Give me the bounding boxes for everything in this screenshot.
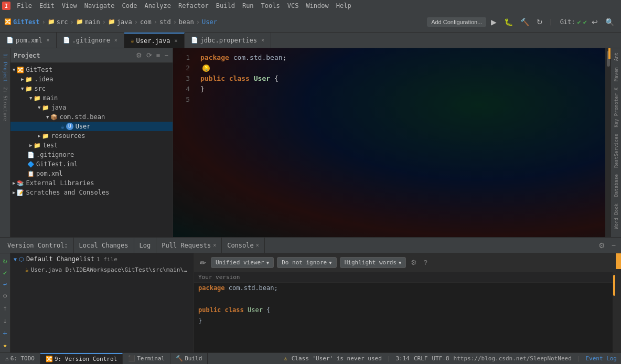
tab-jdbc-properties[interactable]: 📄 jdbc.properties × (185, 33, 271, 48)
menu-help[interactable]: Help (333, 1, 355, 10)
plus-vc-icon[interactable]: + (3, 329, 7, 337)
menu-file[interactable]: File (14, 1, 35, 10)
bottom-minimize-button[interactable]: − (608, 240, 619, 251)
panel-minimize-button[interactable]: − (163, 50, 169, 60)
changelist-file[interactable]: ☕ User.java D:\IDEAWorkspace\GitTest\src… (10, 265, 194, 275)
check-vc-icon[interactable]: ✔ (3, 269, 7, 276)
menu-run[interactable]: Run (239, 1, 257, 10)
tree-item-gittest[interactable]: ▼ 🔀 GitTest (10, 65, 173, 74)
star-vc-icon[interactable]: ★ (3, 341, 7, 349)
menu-edit[interactable]: Edit (36, 1, 58, 10)
changelist-header[interactable]: ▼ ⬡ Default Changelist 1 file (10, 253, 194, 265)
line-sep-indicator[interactable]: CRLF (414, 355, 428, 362)
tree-label: resources (51, 132, 85, 140)
menu-vcs[interactable]: VCS (284, 1, 302, 10)
structure-strip-icon[interactable]: 2: Structure (2, 86, 9, 122)
diff-content[interactable]: Your version package com.std.bean; publi… (194, 272, 616, 352)
editor-scrollbar[interactable] (605, 48, 611, 237)
refresh-vc-icon[interactable]: ↻ (3, 256, 7, 265)
bottom-toolbar: ⚠ 6: TODO 🔀 9: Version Control ⬛ Termina… (0, 352, 621, 364)
tab-pom-xml[interactable]: 📄 pom.xml × (0, 33, 57, 48)
breadcrumb-gittest[interactable]: 🔀 GitTest (4, 18, 40, 26)
pull-close[interactable]: × (213, 242, 216, 248)
run-button[interactable]: ▶ (488, 16, 499, 28)
word-book-sidebar-item[interactable]: Word Book (613, 201, 620, 231)
tree-item-idea[interactable]: ▶ 📁 .idea (10, 74, 173, 84)
settings-vc-icon[interactable]: ⚙ (3, 292, 7, 299)
tree-item-test[interactable]: ▶ 📁 test (10, 141, 173, 150)
editor-area[interactable]: 1 2 3 4 5 package com.std.bean; 💡 public (173, 48, 611, 237)
rest-services-sidebar-item[interactable]: RestServices (613, 132, 620, 170)
edit-diff-button[interactable]: ✏ (198, 257, 208, 269)
search-button[interactable]: 🔍 (603, 16, 617, 28)
tree-item-src[interactable]: ▼ 📁 src (10, 84, 173, 93)
tree-item-pom[interactable]: 📋 pom.xml (10, 169, 173, 178)
undo-button[interactable]: ↩ (589, 16, 601, 28)
tree-item-main[interactable]: ▼ 📁 main (10, 93, 173, 103)
refresh-button[interactable]: ↻ (534, 16, 545, 28)
build-button[interactable]: 🔨 (518, 16, 532, 28)
encoding-indicator[interactable]: UTF-8 (432, 355, 449, 362)
menu-tools[interactable]: Tools (258, 1, 283, 10)
debug-button[interactable]: 🐛 (501, 16, 516, 28)
download-vc-icon[interactable]: ↓ (3, 316, 7, 325)
console-close[interactable]: × (256, 242, 259, 248)
terminal-toolbar-tab[interactable]: ⬛ Terminal (123, 353, 170, 365)
ignore-dropdown[interactable]: Do not ignore ▼ (277, 257, 337, 268)
gittest-icon: 🔀 (17, 67, 24, 73)
vc-tab[interactable]: Version Control: (2, 238, 74, 253)
panel-settings-button[interactable]: ≡ (155, 50, 162, 60)
tab-user-java[interactable]: ☕ User.java × (124, 33, 185, 48)
jdbc-close[interactable]: × (261, 37, 264, 43)
menu-build[interactable]: Build (213, 1, 238, 10)
console-tab[interactable]: Console × (222, 238, 265, 253)
add-configuration-button[interactable]: Add Configuration... (427, 17, 486, 27)
panel-gear-button[interactable]: ⚙ (135, 50, 143, 60)
tree-item-gitignore[interactable]: 📄 .gitignore (10, 150, 173, 159)
position-indicator[interactable]: 3:14 (395, 355, 410, 362)
build-toolbar-tab[interactable]: 🔨 Build (170, 353, 208, 365)
upload-vc-icon[interactable]: ↑ (3, 304, 7, 312)
pull-requests-tab[interactable]: Pull Requests × (156, 238, 222, 253)
diff-line-3: } (194, 316, 616, 327)
user-java-close[interactable]: × (175, 38, 178, 44)
local-changes-tab[interactable]: Local Changes (74, 238, 134, 253)
diff-settings-button[interactable]: ⚙ (409, 257, 419, 268)
undo-vc-icon[interactable]: ↩ (3, 281, 7, 288)
tree-item-resources[interactable]: ▶ 📁 resources (10, 131, 173, 141)
code-line-2: 💡 (196, 63, 601, 73)
bottom-settings-button[interactable]: ⚙ (595, 240, 608, 251)
tree-item-user[interactable]: ☕ U User (10, 122, 173, 131)
todo-toolbar-tab[interactable]: ⚠ 6: TODO (0, 353, 40, 365)
diff-help-button[interactable]: ? (422, 257, 429, 268)
menu-window[interactable]: Window (303, 1, 331, 10)
tree-item-package[interactable]: ▼ 📦 com.std.bean (10, 112, 173, 122)
highlight-dropdown[interactable]: Highlight words ▼ (340, 257, 406, 268)
tree-item-java[interactable]: ▼ 📁 java (10, 103, 173, 112)
maven-sidebar-item[interactable]: Maven (613, 65, 620, 83)
menu-code[interactable]: Code (119, 1, 141, 10)
url-indicator: https://blog.csdn.net/SleepNotNeed (454, 355, 572, 362)
unified-viewer-dropdown[interactable]: Unified viewer ▼ (211, 257, 274, 268)
log-tab[interactable]: Log (134, 238, 157, 253)
tree-item-external[interactable]: ▶ 📚 External Libraries (10, 178, 173, 188)
tree-item-scratches[interactable]: ▶ 📝 Scratches and Consoles (10, 188, 173, 197)
panel-expand-button[interactable]: ⟳ (145, 50, 153, 60)
ant-sidebar-item[interactable]: Ant (613, 50, 620, 63)
event-log-link[interactable]: Event Log (585, 355, 617, 362)
menu-refactor[interactable]: Refactor (175, 1, 212, 10)
folder-java-icon: 📁 (108, 18, 115, 25)
tab-gitignore[interactable]: 📄 .gitignore × (57, 33, 124, 48)
code-editor[interactable]: package com.std.bean; 💡 public class Use… (194, 48, 605, 237)
key-promoter-sidebar-item[interactable]: Key Promoter X (613, 85, 620, 130)
diff-scrollbar (613, 272, 616, 352)
database-sidebar-item[interactable]: Database (613, 172, 620, 199)
pom-xml-close[interactable]: × (47, 37, 50, 43)
menu-navigate[interactable]: Navigate (81, 1, 118, 10)
version-control-toolbar-tab[interactable]: 🔀 9: Version Control (40, 353, 123, 365)
gitignore-close[interactable]: × (114, 37, 117, 43)
tree-item-iml[interactable]: 🔷 GitTest.iml (10, 159, 173, 169)
project-strip-icon[interactable]: 1: Project (2, 52, 9, 83)
menu-analyze[interactable]: Analyze (141, 1, 174, 10)
menu-view[interactable]: View (59, 1, 80, 10)
